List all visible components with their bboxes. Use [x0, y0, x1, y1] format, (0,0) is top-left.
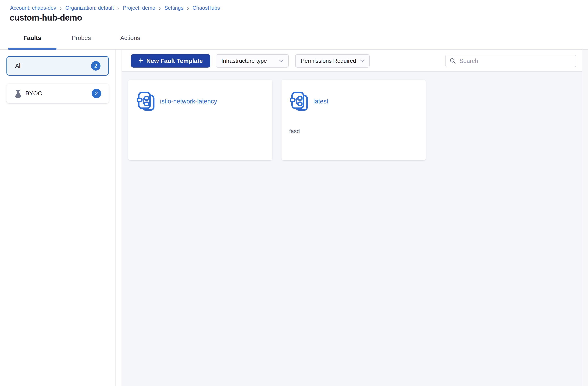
toolbar: + New Fault Template Infrastructure type… [122, 50, 582, 72]
permissions-required-select[interactable]: Permissions Required [295, 54, 370, 68]
breadcrumb-organization-link[interactable]: Organization: default [65, 5, 114, 11]
fault-template-card[interactable]: latest fasd [281, 80, 426, 160]
search-icon [450, 58, 456, 64]
page-title: custom-hub-demo [10, 13, 82, 22]
fault-template-description: fasd [289, 128, 300, 135]
tab-bar: Faults Probes Actions [0, 26, 588, 50]
breadcrumb: Account: chaos-dev › Organization: defau… [10, 5, 220, 11]
breadcrumb-separator-icon: › [159, 5, 161, 11]
filter-byoc-count-badge: 2 [92, 89, 101, 98]
fault-template-icon [290, 91, 309, 112]
card-header: latest [290, 91, 420, 112]
filter-byoc-label: BYOC [25, 90, 42, 97]
fault-template-title-link[interactable]: istio-network-latency [160, 98, 217, 105]
scrollbar-gutter [582, 50, 588, 386]
filter-all-label: All [15, 62, 21, 69]
active-tab-indicator [8, 48, 57, 50]
infrastructure-type-select[interactable]: Infrastructure type [216, 54, 289, 68]
tab-probes[interactable]: Probes [63, 35, 100, 41]
fault-template-title-link[interactable]: latest [313, 98, 328, 105]
filter-item-all[interactable]: All 2 [6, 56, 109, 76]
tab-actions[interactable]: Actions [111, 35, 149, 41]
fault-template-card[interactable]: istio-network-latency [128, 80, 273, 160]
breadcrumb-separator-icon: › [60, 5, 62, 11]
plus-icon: + [138, 57, 143, 64]
main-panel: + New Fault Template Infrastructure type… [122, 50, 582, 386]
search-box[interactable] [445, 55, 576, 67]
chaoshub-page: Account: chaos-dev › Organization: defau… [0, 0, 588, 386]
new-fault-template-label: New Fault Template [146, 58, 203, 64]
filter-all-count-badge: 2 [91, 61, 101, 71]
search-input[interactable] [459, 58, 572, 64]
breadcrumb-chaoshubs-link[interactable]: ChaosHubs [192, 5, 220, 11]
flask-icon [15, 90, 22, 98]
breadcrumb-separator-icon: › [187, 5, 189, 11]
filter-sidebar: All 2 BYOC 2 [0, 50, 116, 386]
breadcrumb-separator-icon: › [117, 5, 119, 11]
breadcrumb-account-link[interactable]: Account: chaos-dev [10, 5, 56, 11]
infrastructure-type-label: Infrastructure type [221, 58, 267, 64]
new-fault-template-button[interactable]: + New Fault Template [131, 54, 210, 68]
breadcrumb-project-link[interactable]: Project: demo [123, 5, 155, 11]
filter-item-byoc[interactable]: BYOC 2 [6, 84, 109, 103]
permissions-required-label: Permissions Required [301, 58, 356, 64]
breadcrumb-settings-link[interactable]: Settings [165, 5, 183, 11]
card-header: istio-network-latency [136, 91, 266, 112]
chevron-down-icon [279, 59, 284, 62]
chevron-down-icon [360, 59, 365, 62]
fault-template-icon [136, 91, 155, 112]
tab-faults[interactable]: Faults [8, 35, 57, 41]
sidebar-divider [116, 50, 122, 386]
